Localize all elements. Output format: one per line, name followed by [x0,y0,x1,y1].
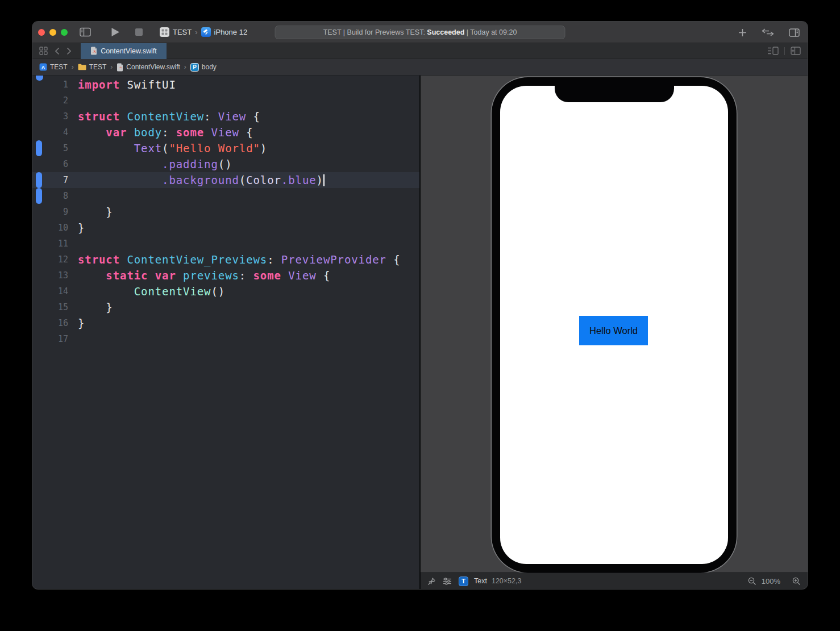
scheme-target-label: TEST [173,28,192,36]
swift-file-icon [117,63,123,72]
window-controls [32,29,68,36]
line-number[interactable]: 3 [32,111,68,122]
tab-bar: ContentView.swift [32,43,808,59]
code-text: } [78,206,113,218]
zoom-window-button[interactable] [61,29,68,36]
code-text: ContentView() [78,285,225,298]
toggle-navigator-icon[interactable] [80,27,91,37]
line-number[interactable]: 9 [32,207,68,217]
run-destination-icon [201,27,211,37]
chevron-right-icon: › [195,28,197,36]
change-indicator[interactable] [36,172,42,188]
code-text: } [78,222,85,234]
chevron-right-icon: › [184,63,186,71]
preview-canvas[interactable]: Hello World [421,76,808,573]
change-indicator[interactable] [36,188,42,204]
svg-text:P: P [193,64,197,70]
code-line[interactable]: 11 [32,236,419,252]
breadcrumb-symbol[interactable]: P body [190,63,217,72]
code-line[interactable]: 7 .background(Color.blue) [32,172,419,188]
app-target-icon [160,27,169,37]
code-text: } [78,301,113,314]
code-line[interactable]: 1import SwiftUI [32,77,419,93]
code-text: import SwiftUI [78,78,176,91]
close-window-button[interactable] [38,29,45,36]
code-text: } [78,317,85,329]
pin-preview-icon[interactable] [427,577,436,586]
minimize-window-button[interactable] [49,29,56,36]
chevron-right-icon: › [72,63,74,71]
line-number[interactable]: 13 [32,270,68,281]
scheme-selector[interactable]: TEST › iPhone 12 [160,27,247,37]
preview-settings-icon[interactable] [443,578,452,585]
code-line[interactable]: 6 .padding() [32,156,419,172]
breadcrumb-project[interactable]: A TEST [39,63,68,71]
code-line[interactable]: 2 [32,93,419,108]
selected-view-type: Text [474,577,487,585]
code-text: struct ContentView: View { [78,110,260,123]
code-text: .padding() [78,158,232,170]
code-line[interactable]: 10} [32,220,419,236]
stop-button[interactable] [135,28,143,36]
change-indicator[interactable] [36,140,42,156]
breadcrumb-group[interactable]: TEST [78,63,107,71]
line-number[interactable]: 6 [32,159,68,169]
code-line[interactable]: 8 [32,188,419,204]
source-editor[interactable]: 1import SwiftUI23struct ContentView: Vie… [32,76,419,589]
text-cursor [323,174,325,186]
scheme-destination-label: iPhone 12 [214,28,248,36]
line-number[interactable]: 10 [32,223,68,233]
code-text: var body: some View { [78,126,253,139]
line-number[interactable]: 14 [32,286,68,296]
back-icon[interactable] [55,47,60,55]
code-line[interactable]: 16} [32,315,419,331]
breadcrumb-file[interactable]: ContentView.swift [117,63,180,72]
jump-bar: A TEST › TEST › ContentView.swift › [32,59,808,76]
run-button[interactable] [111,27,120,37]
code-line[interactable]: 17 [32,331,419,347]
iphone-notch [555,77,674,102]
forward-icon[interactable] [66,47,72,55]
line-number[interactable]: 17 [32,334,68,344]
inspector-toggle-icon[interactable] [789,28,800,37]
line-number[interactable]: 1 [32,80,68,90]
line-number[interactable]: 16 [32,318,68,328]
code-line[interactable]: 3struct ContentView: View { [32,108,419,124]
zoom-level[interactable]: 100% [762,577,780,586]
line-number[interactable]: 11 [32,239,68,249]
line-number[interactable]: 15 [32,302,68,312]
code-line[interactable]: 12struct ContentView_Previews: PreviewPr… [32,252,419,268]
zoom-in-icon[interactable] [792,577,801,586]
activity-status-bar[interactable]: TEST | Build for Previews TEST: Succeede… [275,26,565,39]
iphone-screen[interactable]: Hello World [500,86,728,564]
divider [784,47,785,55]
build-status: Succeeded [427,28,464,36]
add-editor-icon[interactable] [791,47,801,55]
code-line[interactable]: 9 } [32,204,419,220]
text-view-type-icon: T [459,576,468,586]
editor-options-icon[interactable] [767,47,779,55]
code-text: static var previews: some View { [78,269,330,282]
zoom-out-icon[interactable] [748,577,756,586]
xcode-window: TEST › iPhone 12 TEST | Build for Previe… [32,22,808,589]
project-icon: A [39,63,47,71]
library-plus-icon[interactable] [738,28,747,37]
hello-world-text-view[interactable]: Hello World [579,316,648,345]
tab-contentview-swift[interactable]: ContentView.swift [81,43,167,59]
code-line[interactable]: 5 Text("Hello World") [32,140,419,156]
code-line[interactable]: 4 var body: some View { [32,124,419,140]
code-text: .background(Color.blue) [78,174,325,186]
code-review-icon[interactable] [762,28,774,36]
code-line[interactable]: 15 } [32,299,419,315]
code-text: struct ContentView_Previews: PreviewProv… [78,253,401,266]
selected-view-size: 120×52,3 [492,577,521,585]
line-number[interactable]: 12 [32,254,68,265]
line-number[interactable]: 4 [32,127,68,137]
svg-text:A: A [41,65,45,70]
related-items-icon[interactable] [39,47,48,55]
iphone-device-frame: Hello World [492,77,737,573]
toolbar: TEST › iPhone 12 TEST | Build for Previe… [32,22,808,43]
code-line[interactable]: 14 ContentView() [32,283,419,299]
line-number[interactable]: 2 [32,95,68,106]
code-line[interactable]: 13 static var previews: some View { [32,268,419,283]
